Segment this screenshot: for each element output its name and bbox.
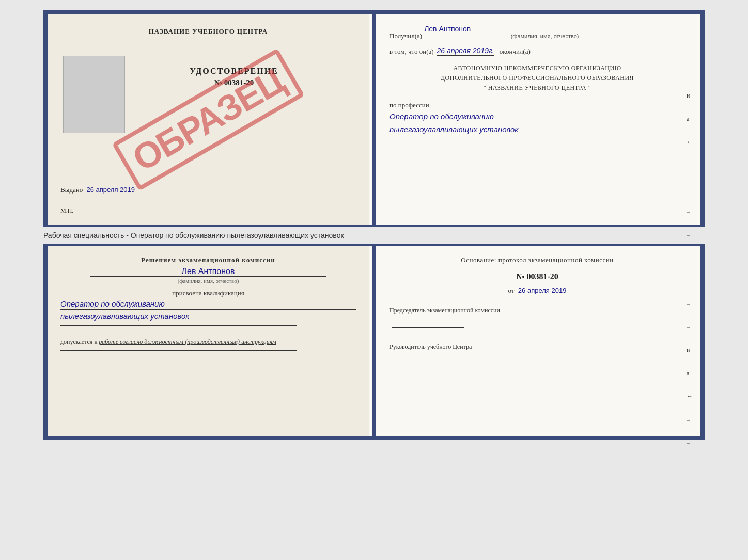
received-label: Получил(а) (389, 32, 422, 40)
qualification-label: присвоена квалификация (60, 289, 356, 297)
director-sign-line (392, 364, 464, 364)
allowed-value: работе согласно должностным (производств… (99, 338, 276, 345)
person-name: Лев Антпонов (90, 267, 326, 277)
in-that-row: в том, что он(а) 26 апреля 2019г. окончи… (389, 46, 685, 56)
director-block: Руководитель учебного Центра (389, 342, 685, 368)
bottom-right-dashes: – – – и а ← – – – – (687, 277, 693, 493)
right-dashes: – – и а ← – – – – (687, 45, 693, 239)
top-certificate-book: НАЗВАНИЕ УЧЕБНОГО ЦЕНТРА УДОСТОВЕРЕНИЕ №… (43, 10, 705, 227)
blank-line-3 (60, 350, 297, 351)
in-that-prefix: в том, что он(а) (389, 47, 434, 56)
qualification-line1: Оператор по обслуживанию (60, 299, 356, 310)
org-line1: АВТОНОМНУЮ НЕКОММЕРЧЕСКУЮ ОРГАНИЗАЦИЮ (389, 63, 685, 73)
profession-line2: пылегазоулавливающих установок (389, 125, 685, 135)
finished-label: окончил(а) (500, 47, 531, 56)
issued-date: Выдано 26 апреля 2019 (60, 186, 135, 194)
org-block: АВТОНОМНУЮ НЕКОММЕРЧЕСКУЮ ОРГАНИЗАЦИЮ ДО… (389, 63, 685, 93)
bottom-right: Основание: протокол экзаменационной коми… (369, 246, 700, 436)
person-sublabel: (фамилия, имя, отчество) (60, 278, 356, 284)
org-line2: ДОПОЛНИТЕЛЬНОГО ПРОФЕССИОНАЛЬНОГО ОБРАЗО… (389, 73, 685, 83)
name-sublabel: (фамилия, имя, отчество) (424, 33, 665, 39)
profession-line1: Оператор по обслуживанию (389, 112, 685, 122)
org-line3: " НАЗВАНИЕ УЧЕБНОГО ЦЕНТРА " (389, 83, 685, 93)
cover-photo (63, 56, 125, 133)
profession-label: по профессии (389, 101, 685, 109)
separator-text: Рабочая специальность - Оператор по обсл… (43, 227, 705, 244)
allowed-prefix: допускается к (60, 338, 97, 345)
blank-line-2 (60, 329, 297, 329)
protocol-number: № 00381-20 (389, 272, 685, 281)
received-name: Лев Антпонов (фамилия, имя, отчество) (424, 25, 665, 40)
blank-line-1 (60, 325, 297, 326)
dash-line (669, 40, 685, 40)
date-value: 26 апреля 2019 (518, 286, 567, 294)
mp-label: М.П. (60, 207, 73, 215)
top-left-cover: НАЗВАНИЕ УЧЕБНОГО ЦЕНТРА УДОСТОВЕРЕНИЕ №… (48, 14, 369, 225)
chairman-label: Председатель экзаменационной комиссии (389, 305, 685, 316)
in-that-date: 26 апреля 2019г. (437, 46, 494, 56)
date-prefix: от (508, 286, 515, 294)
qualification-line2: пылегазоулавливающих установок (60, 312, 356, 322)
issued-prefix: Выдано (60, 186, 83, 194)
chairman-sign-line (392, 327, 464, 328)
top-right-content: Получил(а) Лев Антпонов (фамилия, имя, о… (369, 14, 700, 225)
commission-title: Решением экзаменационной комиссии (60, 256, 356, 264)
cover-title: НАЗВАНИЕ УЧЕБНОГО ЦЕНТРА (60, 27, 356, 36)
allowed-text: допускается к работе согласно должностны… (60, 337, 356, 346)
bottom-left: Решением экзаменационной комиссии Лев Ан… (48, 246, 369, 436)
protocol-date: от 26 апреля 2019 (389, 286, 685, 295)
received-row: Получил(а) Лев Антпонов (фамилия, имя, о… (389, 25, 685, 40)
bottom-certificate-book: Решением экзаменационной комиссии Лев Ан… (43, 244, 705, 440)
director-label: Руководитель учебного Центра (389, 342, 685, 353)
basis-title: Основание: протокол экзаменационной коми… (389, 256, 685, 264)
issued-date-value: 26 апреля 2019 (87, 186, 135, 194)
chairman-block: Председатель экзаменационной комиссии (389, 305, 685, 331)
document-wrapper: НАЗВАНИЕ УЧЕБНОГО ЦЕНТРА УДОСТОВЕРЕНИЕ №… (43, 10, 705, 440)
